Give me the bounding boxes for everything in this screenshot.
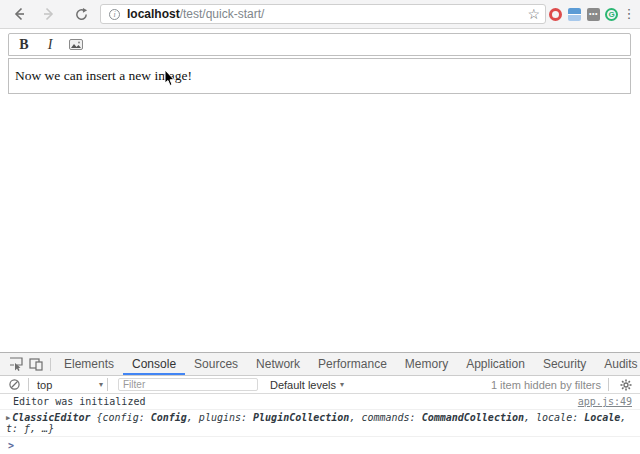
device-toolbar-button[interactable] <box>26 354 46 374</box>
devtools-tab-security[interactable]: Security <box>534 353 595 375</box>
devtools-panel: ElementsConsoleSourcesNetworkPerformance… <box>0 352 640 454</box>
inspect-cursor-icon <box>9 357 23 371</box>
preview-part: Config <box>151 412 187 423</box>
gear-icon <box>620 379 632 391</box>
editor-paragraph[interactable]: Now we can insert a new image! <box>9 59 630 84</box>
source-location-link[interactable]: app.js:49 <box>578 396 632 407</box>
preview-part: ClassicEditor <box>12 412 96 423</box>
devtools-tabs: ElementsConsoleSourcesNetworkPerformance… <box>55 353 640 375</box>
chevron-down-icon: ▾ <box>99 380 103 389</box>
preview-part: Locale <box>584 412 620 423</box>
italic-button[interactable]: I <box>39 35 61 54</box>
gray-extension-icon[interactable]: ••• <box>587 8 600 21</box>
url-path: /test/quick-start/ <box>180 7 265 21</box>
red-extension-icon[interactable] <box>549 8 562 21</box>
devtools-tabbar: ElementsConsoleSourcesNetworkPerformance… <box>0 353 640 376</box>
editor-toolbar: B I <box>8 33 631 56</box>
preview-part: , plugins: <box>187 412 253 423</box>
image-icon <box>69 39 83 50</box>
context-value: top <box>37 379 52 391</box>
execution-context-select[interactable]: top ▾ <box>37 379 103 391</box>
tabbar-separator <box>50 358 51 371</box>
console-message-text: Editor was initialized <box>13 396 145 407</box>
page-info-icon[interactable]: i <box>109 9 120 20</box>
console-filter-input[interactable] <box>118 378 258 391</box>
devtools-tab-application[interactable]: Application <box>457 353 534 375</box>
devtools-tab-console[interactable]: Console <box>123 353 185 375</box>
reload-button[interactable] <box>70 3 92 25</box>
preview-part: {config: <box>97 412 151 423</box>
prompt-chevron-icon: > <box>8 440 14 451</box>
clear-console-button[interactable] <box>4 375 24 395</box>
forward-button[interactable] <box>38 3 60 25</box>
chevron-down-icon: ▾ <box>340 380 344 389</box>
devtools-tab-elements[interactable]: Elements <box>55 353 123 375</box>
console-settings-button[interactable] <box>616 375 636 395</box>
preview-part: , commands: <box>349 412 421 423</box>
preview-part: CommandCollection <box>422 412 524 423</box>
device-toolbar-icon <box>29 357 43 371</box>
editor-content[interactable]: Now we can insert a new image! <box>8 58 631 94</box>
devtools-tab-sources[interactable]: Sources <box>185 353 247 375</box>
devtools-tab-memory[interactable]: Memory <box>396 353 457 375</box>
bold-button[interactable]: B <box>13 35 35 54</box>
devtools-tab-network[interactable]: Network <box>247 353 309 375</box>
mouse-cursor-icon <box>164 70 176 91</box>
hidden-items-info: 1 item hidden by filters <box>491 379 601 391</box>
insert-image-button[interactable] <box>65 35 87 54</box>
console-messages: Editor was initialized app.js:49 ▶Classi… <box>0 394 640 453</box>
console-object-preview[interactable]: ClassicEditor {config: Config, plugins: … <box>6 412 626 434</box>
reload-icon <box>74 7 89 22</box>
url-host: localhost <box>127 7 180 21</box>
address-bar[interactable]: i localhost/test/quick-start/ ☆ <box>100 4 546 24</box>
clear-console-icon <box>9 379 20 390</box>
console-toolbar-separator <box>107 378 108 391</box>
console-prompt-row[interactable]: > <box>0 437 640 453</box>
preview-part: , locale: <box>524 412 584 423</box>
green-extension-icon[interactable]: G <box>605 8 618 21</box>
back-icon <box>11 6 27 22</box>
preview-part: PluginCollection <box>253 412 349 423</box>
console-toolbar-separator <box>28 378 29 391</box>
log-levels-select[interactable]: Default levels ▾ <box>270 379 344 391</box>
bookmark-star-icon[interactable]: ☆ <box>527 6 540 22</box>
blue-extension-icon[interactable] <box>568 8 581 21</box>
console-message: ▶ClassicEditor {config: Config, plugins:… <box>0 410 640 437</box>
browser-menu-icon[interactable]: ⋮ <box>621 5 637 23</box>
devtools-tab-performance[interactable]: Performance <box>309 353 396 375</box>
console-message: Editor was initialized app.js:49 <box>0 394 640 410</box>
url-text: localhost/test/quick-start/ <box>127 7 264 21</box>
forward-icon <box>41 6 57 22</box>
inspect-element-button[interactable] <box>6 354 26 374</box>
expand-triangle-icon[interactable]: ▶ <box>6 414 10 422</box>
levels-label: Default levels <box>270 379 336 391</box>
object-row-content: ▶ClassicEditor {config: Config, plugins:… <box>6 412 632 434</box>
console-toolbar-separator <box>608 378 609 391</box>
browser-toolbar: i localhost/test/quick-start/ ☆ ••• G ⋮ <box>0 0 640 29</box>
console-toolbar: top ▾ Default levels ▾ 1 item hidden by … <box>0 376 640 394</box>
back-button[interactable] <box>8 3 30 25</box>
devtools-tab-audits[interactable]: Audits <box>595 353 640 375</box>
